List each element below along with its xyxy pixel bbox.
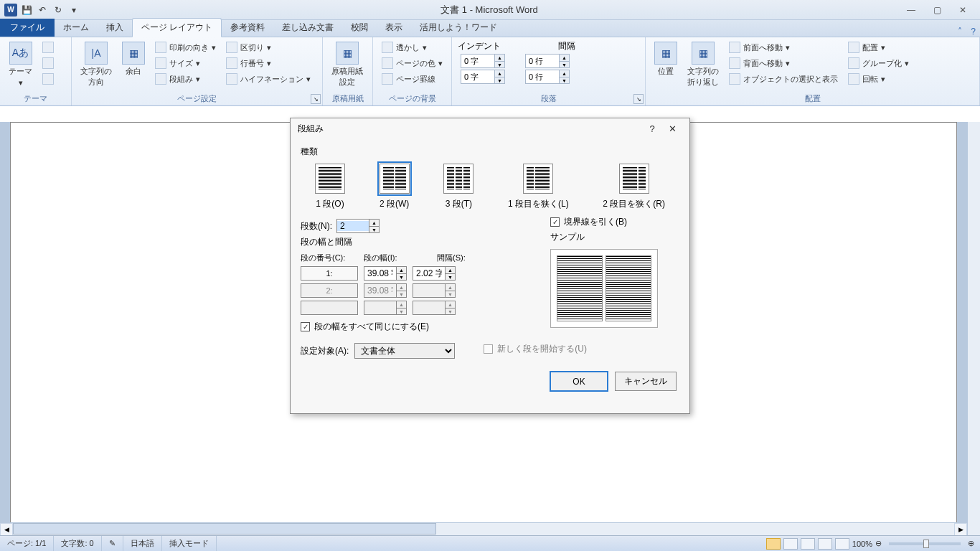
spin-down-icon[interactable]: ▼ [494, 77, 504, 83]
margins-button[interactable]: ▦ 余白 [119, 40, 148, 78]
qat-customize-icon[interactable]: ▾ [67, 4, 80, 17]
status-word-count[interactable]: 文字数: 0 [54, 536, 101, 551]
dialog-close-button[interactable]: ✕ [662, 123, 682, 134]
dialog-help-button[interactable]: ? [642, 123, 662, 134]
spin-up-icon[interactable]: ▲ [494, 55, 504, 61]
view-draft-button[interactable] [835, 538, 849, 550]
tab-insert[interactable]: 挿入 [98, 19, 132, 37]
preset-two[interactable]: 2 段(W) [380, 164, 410, 210]
cancel-button[interactable]: キャンセル [615, 372, 677, 391]
spacing-before-input[interactable]: ▲▼ [525, 54, 570, 68]
spin-up-icon[interactable]: ▲ [559, 70, 569, 77]
text-direction-button[interactable]: |A 文字列の 方向 [77, 40, 115, 89]
status-language[interactable]: 日本語 [123, 536, 162, 551]
save-icon[interactable]: 💾 [20, 4, 33, 17]
tab-mailings[interactable]: 差し込み文書 [273, 19, 342, 37]
spin-down-icon[interactable]: ▼ [445, 273, 455, 280]
spin-down-icon[interactable]: ▼ [494, 61, 504, 67]
group-button[interactable]: グループ化 ▾ [845, 56, 912, 70]
preset-three[interactable]: 3 段(T) [443, 164, 473, 210]
spin-up-icon[interactable]: ▲ [494, 70, 504, 77]
zoom-slider-thumb[interactable] [923, 540, 929, 548]
equal-width-checkbox[interactable]: ✓ 段の幅をすべて同じにする(E) [301, 321, 522, 333]
wrap-text-button[interactable]: ▦文字列の 折り返し [684, 40, 722, 89]
orientation-button[interactable]: 印刷の向き ▾ [152, 40, 219, 55]
theme-fonts-button[interactable] [39, 56, 57, 70]
theme-effects-button[interactable] [39, 72, 57, 86]
status-insert-mode[interactable]: 挿入モード [162, 536, 217, 551]
page-color-button[interactable]: ページの色 ▾ [379, 56, 446, 70]
width-row-3: ▲▼ ▲▼ [301, 301, 522, 315]
ok-button[interactable]: OK [550, 372, 608, 391]
tab-page-layout[interactable]: ページ レイアウト [132, 18, 222, 37]
spin-down-icon[interactable]: ▼ [369, 226, 379, 232]
page-setup-dialog-launcher[interactable]: ↘ [311, 94, 321, 104]
line-between-checkbox[interactable]: ✓ 境界線を引く(B) [550, 216, 679, 228]
row1-width-input[interactable]: ▲▼ [364, 266, 407, 281]
status-page[interactable]: ページ: 1/1 [0, 536, 54, 551]
row1-spacing-input[interactable]: ▲▼ [413, 266, 456, 281]
view-outline-button[interactable] [818, 538, 832, 550]
scroll-left-icon[interactable]: ◀ [0, 523, 13, 536]
status-proofing[interactable]: ✎ [102, 536, 123, 551]
preset-left[interactable]: 1 段目を狭く(L) [508, 164, 569, 210]
horizontal-scrollbar[interactable]: ◀ ▶ [0, 522, 967, 535]
apply-to-select[interactable]: 文書全体 [354, 343, 455, 359]
themes-label: テーマ [9, 66, 32, 77]
page-borders-button[interactable]: ページ罫線 [379, 72, 446, 86]
view-print-layout-button[interactable] [766, 538, 781, 550]
preset-one[interactable]: 1 段(O) [315, 164, 345, 210]
spacing-after-input[interactable]: ▲▼ [525, 70, 570, 84]
watermark-button[interactable]: 透かし ▾ [379, 40, 446, 55]
scroll-thumb[interactable] [13, 523, 436, 534]
spin-up-icon[interactable]: ▲ [369, 220, 379, 226]
manuscript-button[interactable]: ▦ 原稿用紙 設定 [329, 40, 366, 89]
bring-forward-button[interactable]: 前面へ移動 ▾ [726, 40, 841, 55]
spin-up-icon[interactable]: ▲ [445, 267, 455, 273]
tab-view[interactable]: 表示 [377, 19, 411, 37]
view-full-screen-button[interactable] [783, 538, 798, 550]
scroll-right-icon[interactable]: ▶ [954, 523, 967, 536]
themes-button[interactable]: Aあ テーマ ▾ [6, 40, 35, 89]
hyphenation-button[interactable]: ハイフネーション ▾ [223, 72, 314, 86]
breaks-button[interactable]: 区切り ▾ [223, 40, 314, 55]
theme-colors-button[interactable] [39, 40, 57, 55]
zoom-in-button[interactable]: ⊕ [968, 539, 974, 548]
minimize-button[interactable]: — [901, 3, 921, 17]
ribbon-minimize-icon[interactable]: ˄ [953, 27, 966, 37]
spin-up-icon[interactable]: ▲ [396, 267, 406, 273]
tab-home[interactable]: ホーム [55, 19, 98, 37]
spin-down-icon[interactable]: ▼ [559, 77, 569, 83]
zoom-slider[interactable] [889, 542, 961, 545]
paragraph-dialog-launcher[interactable]: ↘ [633, 94, 644, 104]
vertical-scrollbar[interactable] [967, 122, 980, 535]
send-backward-button[interactable]: 背面へ移動 ▾ [726, 56, 841, 70]
position-button[interactable]: ▦位置 [651, 40, 680, 78]
line-numbers-button[interactable]: 行番号 ▾ [223, 56, 314, 70]
close-button[interactable]: ✕ [953, 3, 973, 17]
redo-icon[interactable]: ↻ [52, 4, 65, 17]
file-tab[interactable]: ファイル [0, 19, 55, 37]
rotate-button[interactable]: 回転 ▾ [845, 72, 912, 86]
spin-down-icon[interactable]: ▼ [396, 273, 406, 280]
zoom-level[interactable]: 100% [852, 540, 872, 548]
maximize-button[interactable]: ▢ [927, 3, 947, 17]
columns-button[interactable]: 段組み ▾ [152, 72, 219, 86]
view-web-layout-button[interactable] [801, 538, 815, 550]
undo-icon[interactable]: ↶ [36, 4, 49, 17]
tab-review[interactable]: 校閲 [342, 19, 377, 37]
preset-right[interactable]: 2 段目を狭く(R) [603, 164, 665, 210]
indent-right-input[interactable]: ▲▼ [461, 70, 505, 84]
spin-up-icon[interactable]: ▲ [559, 55, 569, 61]
tab-extra[interactable]: 活用しよう！ワード [411, 19, 506, 37]
indent-left-input[interactable]: ▲▼ [461, 54, 505, 68]
tab-references[interactable]: 参考資料 [222, 19, 273, 37]
zoom-out-button[interactable]: ⊖ [875, 539, 882, 548]
align-button[interactable]: 配置 ▾ [845, 40, 912, 55]
help-icon[interactable]: ? [966, 27, 980, 37]
num-columns-input[interactable]: ▲▼ [336, 219, 380, 233]
size-button[interactable]: サイズ ▾ [152, 56, 219, 70]
scroll-track[interactable] [13, 523, 954, 535]
spin-down-icon[interactable]: ▼ [559, 61, 569, 67]
selection-pane-button[interactable]: オブジェクトの選択と表示 [726, 72, 841, 86]
